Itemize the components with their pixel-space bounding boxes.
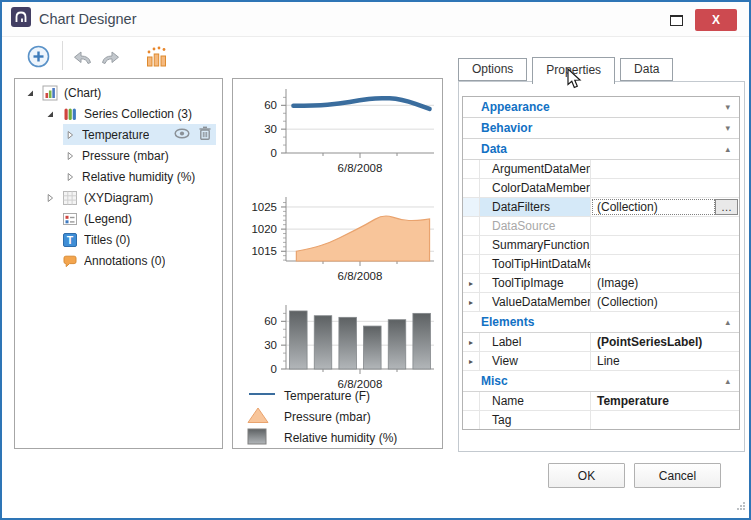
- property-row-datafilters[interactable]: DataFilters(Collection)…: [463, 198, 739, 217]
- category-data[interactable]: Data▴: [463, 139, 739, 160]
- row-gutter: [463, 411, 480, 429]
- property-value[interactable]: [591, 179, 739, 197]
- property-row-valuedatamembers[interactable]: ▸ValueDataMembers(Collection): [463, 293, 739, 312]
- tree-item-label: (XYDiagram): [84, 191, 153, 205]
- tab-data[interactable]: Data: [620, 58, 673, 81]
- svg-text:30: 30: [264, 339, 277, 351]
- row-gutter: [463, 255, 480, 273]
- property-value[interactable]: [591, 411, 739, 429]
- add-series-button[interactable]: [27, 45, 50, 72]
- property-row-view[interactable]: ▸ViewLine: [463, 352, 739, 371]
- property-value[interactable]: (PointSeriesLabel): [591, 333, 739, 351]
- property-row-colordatamember[interactable]: ColorDataMember: [463, 179, 739, 198]
- property-name: SummaryFunction: [480, 236, 591, 254]
- tree-item-relative-humidity[interactable]: Relative humidity (%): [63, 166, 216, 187]
- row-expander-icon[interactable]: ▸: [463, 352, 480, 370]
- tree-item-chart[interactable]: (Chart): [23, 82, 216, 103]
- property-value[interactable]: (Image): [591, 274, 739, 292]
- tree-item-label: Temperature: [82, 128, 149, 142]
- property-value[interactable]: Line: [591, 352, 739, 370]
- redo-button[interactable]: [99, 48, 121, 69]
- tree-expander-icon[interactable]: [63, 151, 77, 161]
- property-row-tooltipimage[interactable]: ▸ToolTipImage(Image): [463, 274, 739, 293]
- close-button[interactable]: X: [695, 9, 737, 31]
- row-expander-icon[interactable]: ▸: [463, 274, 480, 292]
- pressure-area-chart: 1015102010256/8/2008: [236, 195, 437, 301]
- category-behavior[interactable]: Behavior▾: [463, 118, 739, 139]
- ok-button[interactable]: OK: [548, 463, 625, 488]
- tab-options[interactable]: Options: [458, 58, 527, 81]
- row-gutter: [463, 179, 480, 197]
- property-grid: Appearance▾Behavior▾Data▴ArgumentDataMem…: [462, 96, 740, 430]
- chart-structure-tree: (Chart)Series Collection (3)TemperatureP…: [14, 78, 223, 449]
- svg-text:60: 60: [264, 315, 277, 327]
- property-value[interactable]: (Collection): [591, 293, 739, 311]
- close-x-icon: X: [712, 13, 720, 27]
- maximize-icon[interactable]: [670, 15, 683, 26]
- property-name: DataSource: [480, 217, 591, 235]
- tree-item-label: Relative humidity (%): [82, 170, 195, 184]
- series-icon: [62, 106, 78, 122]
- tree-item-legend[interactable]: (Legend): [43, 208, 216, 229]
- expand-arrow-icon[interactable]: ▾: [725, 102, 730, 112]
- property-value[interactable]: [591, 236, 739, 254]
- svg-text:60: 60: [264, 99, 277, 111]
- tree-expander-icon[interactable]: [43, 109, 57, 119]
- legend-label: Relative humidity (%): [284, 431, 397, 445]
- undo-button[interactable]: [72, 48, 94, 69]
- property-name: ColorDataMember: [480, 179, 591, 197]
- property-row-tooltiphintdatame[interactable]: ToolTipHintDataMe: [463, 255, 739, 274]
- tree-item-xydiagram[interactable]: (XYDiagram): [43, 187, 216, 208]
- tree-item-label: (Chart): [64, 86, 101, 100]
- tree-expander-icon[interactable]: [23, 88, 37, 98]
- property-row-datasource[interactable]: DataSource: [463, 217, 739, 236]
- property-value[interactable]: [591, 217, 739, 235]
- property-row-tag[interactable]: Tag: [463, 411, 739, 429]
- collapse-arrow-icon[interactable]: ▴: [725, 376, 730, 386]
- property-value[interactable]: Temperature: [591, 392, 739, 410]
- row-expander-icon[interactable]: ▸: [463, 293, 480, 311]
- property-value[interactable]: [591, 160, 739, 178]
- category-appearance[interactable]: Appearance▾: [463, 97, 739, 118]
- property-row-summaryfunction[interactable]: SummaryFunction: [463, 236, 739, 255]
- collapse-arrow-icon[interactable]: ▴: [725, 144, 730, 154]
- tree-item-annotations-0[interactable]: Annotations (0): [43, 250, 216, 271]
- cancel-button[interactable]: Cancel: [634, 463, 721, 488]
- category-misc[interactable]: Misc▴: [463, 371, 739, 392]
- tree-item-titles-0[interactable]: TTitles (0): [43, 229, 216, 250]
- property-row-label[interactable]: ▸Label(PointSeriesLabel): [463, 333, 739, 352]
- property-value-text: (PointSeriesLabel): [597, 335, 702, 349]
- category-elements[interactable]: Elements▴: [463, 312, 739, 333]
- collapse-arrow-icon[interactable]: ▴: [725, 317, 730, 327]
- chart-type-button[interactable]: [145, 44, 168, 71]
- delete-trash-icon[interactable]: [199, 126, 211, 143]
- resize-grip[interactable]: [736, 497, 746, 515]
- titlebar-divider: [2, 36, 749, 37]
- legend-label: Pressure (mbar): [284, 410, 371, 424]
- tree-expander-icon[interactable]: [43, 193, 57, 203]
- visibility-eye-icon[interactable]: [174, 128, 190, 142]
- tree-item-pressure-mbar[interactable]: Pressure (mbar): [63, 145, 216, 166]
- tree-item-series-collection-3[interactable]: Series Collection (3): [43, 103, 216, 124]
- chart-preview-panel: 030606/8/2008 1015102010256/8/2008 03060…: [232, 78, 443, 449]
- tree-item-temperature[interactable]: Temperature: [63, 124, 216, 145]
- property-value[interactable]: [591, 255, 739, 273]
- chart-icon: [42, 85, 58, 101]
- row-expander-icon[interactable]: ▸: [463, 333, 480, 351]
- category-label: Appearance: [481, 100, 550, 114]
- svg-text:30: 30: [264, 123, 277, 135]
- row-gutter: [463, 160, 480, 178]
- window-title: Chart Designer: [39, 11, 137, 27]
- property-value[interactable]: (Collection)…: [591, 198, 739, 216]
- property-row-name[interactable]: NameTemperature: [463, 392, 739, 411]
- expand-arrow-icon[interactable]: ▾: [725, 123, 730, 133]
- property-value-text: (Collection): [597, 295, 658, 309]
- tab-properties[interactable]: Properties: [532, 57, 615, 84]
- ellipsis-button[interactable]: …: [715, 199, 738, 215]
- tree-expander-icon[interactable]: [63, 172, 77, 182]
- tree-expander-icon[interactable]: [63, 130, 77, 140]
- tree-item-actions: [174, 126, 211, 143]
- property-row-argumentdatamem[interactable]: ArgumentDataMem: [463, 160, 739, 179]
- legend-icon: [62, 211, 78, 227]
- legend-item-pressure-mbar: Pressure (mbar): [247, 406, 397, 427]
